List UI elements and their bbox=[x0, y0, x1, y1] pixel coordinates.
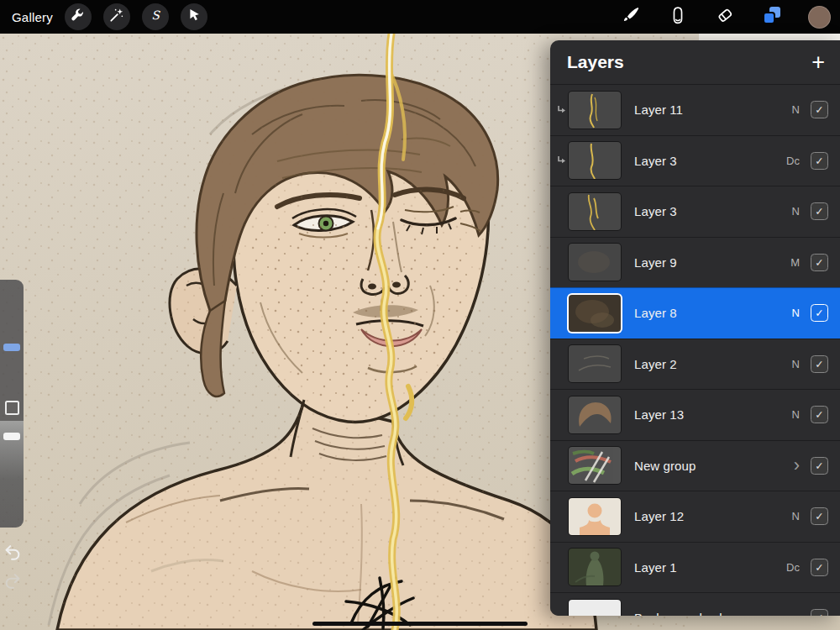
layer-name: Layer 1 bbox=[634, 560, 774, 575]
layer-row[interactable]: Layer 3 Dc ✓ bbox=[550, 135, 840, 186]
layer-row[interactable]: Layer 12 N ✓ bbox=[550, 491, 840, 542]
check-icon: ✓ bbox=[815, 205, 823, 218]
selection-s-icon: S bbox=[147, 7, 164, 27]
color-swatch bbox=[808, 6, 831, 29]
layer-row[interactable]: Layer 1 Dc ✓ bbox=[550, 542, 840, 593]
check-icon: ✓ bbox=[815, 155, 823, 167]
magic-wand-icon bbox=[108, 7, 125, 27]
erase-tool-button[interactable] bbox=[712, 4, 738, 29]
layer-thumbnail[interactable] bbox=[569, 92, 621, 129]
smudge-finger-icon bbox=[668, 5, 688, 29]
layer-row[interactable]: Layer 13 N ✓ bbox=[550, 389, 840, 440]
blend-mode-label[interactable]: N bbox=[774, 408, 800, 421]
adjustments-button[interactable] bbox=[103, 3, 130, 30]
layers-panel: Layers + Layer 11 N ✓ bbox=[550, 40, 840, 616]
blend-mode-label[interactable]: Dc bbox=[774, 561, 800, 574]
blend-mode-label[interactable]: Dc bbox=[774, 155, 800, 167]
layer-name: Layer 9 bbox=[634, 255, 774, 270]
visibility-checkbox[interactable]: ✓ bbox=[811, 457, 828, 475]
visibility-checkbox[interactable]: ✓ bbox=[811, 202, 828, 220]
layers-panel-button[interactable] bbox=[759, 4, 785, 29]
eraser-icon bbox=[715, 5, 735, 29]
layer-list: Layer 11 N ✓ Layer 3 Dc ✓ bbox=[550, 84, 840, 616]
visibility-checkbox[interactable]: ✓ bbox=[811, 406, 828, 423]
layer-thumbnail[interactable] bbox=[569, 498, 621, 535]
smudge-tool-button[interactable] bbox=[665, 4, 690, 29]
visibility-checkbox[interactable]: ✓ bbox=[811, 559, 828, 576]
clipping-mask-icon bbox=[557, 105, 569, 115]
layer-thumbnail[interactable] bbox=[569, 345, 621, 382]
layer-row[interactable]: Layer 2 N ✓ bbox=[550, 339, 840, 390]
visibility-checkbox[interactable]: ✓ bbox=[811, 101, 828, 118]
color-picker-button[interactable] bbox=[806, 4, 832, 29]
group-thumbnail[interactable] bbox=[569, 447, 621, 484]
clipping-mask-icon bbox=[557, 155, 569, 165]
visibility-checkbox[interactable]: ✓ bbox=[811, 152, 828, 170]
check-icon: ✓ bbox=[815, 358, 823, 370]
layer-name: Layer 3 bbox=[634, 204, 774, 218]
check-icon: ✓ bbox=[815, 612, 823, 616]
sidebar-sliders bbox=[0, 280, 24, 528]
visibility-checkbox[interactable]: ✓ bbox=[811, 254, 828, 271]
layer-thumbnail[interactable] bbox=[569, 193, 621, 230]
actions-button[interactable] bbox=[65, 3, 92, 30]
undo-icon bbox=[3, 549, 22, 564]
layer-row[interactable]: Layer 9 M ✓ bbox=[550, 237, 840, 288]
layer-thumbnail[interactable] bbox=[569, 549, 621, 585]
group-chevron-icon[interactable]: › bbox=[774, 456, 800, 475]
brush-tool-button[interactable] bbox=[618, 4, 643, 29]
blend-mode-label[interactable]: N bbox=[774, 510, 800, 522]
procreate-app: Gallery S bbox=[0, 0, 840, 630]
visibility-checkbox[interactable]: ✓ bbox=[811, 304, 828, 322]
home-indicator[interactable] bbox=[312, 622, 528, 626]
blend-mode-label[interactable]: N bbox=[774, 358, 800, 370]
layer-name: Background color bbox=[634, 611, 774, 616]
background-thumbnail[interactable] bbox=[569, 600, 621, 616]
svg-text:S: S bbox=[151, 8, 160, 22]
blend-mode-label[interactable]: M bbox=[774, 256, 800, 269]
background-color-row[interactable]: Background color ✓ bbox=[550, 592, 840, 616]
add-layer-button[interactable]: + bbox=[811, 51, 825, 74]
redo-button[interactable] bbox=[3, 571, 22, 593]
group-name: New group bbox=[634, 459, 774, 473]
panel-title: Layers bbox=[567, 52, 624, 72]
redo-icon bbox=[3, 578, 22, 592]
modify-button[interactable] bbox=[5, 401, 19, 415]
layer-name: Layer 11 bbox=[634, 102, 774, 117]
selection-button[interactable]: S bbox=[142, 3, 169, 30]
visibility-checkbox[interactable]: ✓ bbox=[811, 355, 828, 373]
layer-row-selected[interactable]: Layer 8 N ✓ bbox=[550, 287, 840, 339]
cursor-arrow-icon bbox=[186, 7, 202, 27]
blend-mode-label[interactable]: N bbox=[774, 307, 800, 319]
layers-panel-header: Layers + bbox=[550, 40, 840, 84]
check-icon: ✓ bbox=[815, 408, 823, 421]
visibility-checkbox[interactable]: ✓ bbox=[811, 609, 828, 616]
layer-thumbnail[interactable] bbox=[569, 142, 621, 179]
transform-button[interactable] bbox=[181, 3, 207, 30]
layer-thumbnail[interactable] bbox=[569, 295, 621, 332]
brush-opacity-slider[interactable] bbox=[0, 421, 24, 528]
undo-button[interactable] bbox=[3, 543, 22, 564]
layer-thumbnail[interactable] bbox=[569, 396, 621, 433]
blend-mode-label[interactable]: N bbox=[774, 205, 800, 218]
top-toolbar: Gallery S bbox=[0, 0, 840, 34]
layer-thumbnail[interactable] bbox=[569, 244, 621, 281]
check-icon: ✓ bbox=[815, 459, 823, 472]
brush-size-handle[interactable] bbox=[3, 344, 20, 351]
layer-name: Layer 2 bbox=[634, 357, 774, 371]
brush-opacity-handle[interactable] bbox=[3, 433, 20, 440]
wrench-icon bbox=[70, 7, 87, 27]
gallery-button[interactable]: Gallery bbox=[12, 10, 53, 24]
check-icon: ✓ bbox=[815, 561, 823, 574]
layer-row[interactable]: Layer 11 N ✓ bbox=[550, 84, 840, 135]
layer-name: Layer 8 bbox=[634, 306, 774, 320]
group-row[interactable]: New group › ✓ bbox=[550, 440, 840, 491]
paint-brush-icon bbox=[621, 5, 641, 29]
brush-size-slider[interactable] bbox=[0, 280, 24, 395]
check-icon: ✓ bbox=[815, 103, 823, 116]
layer-row[interactable]: Layer 3 N ✓ bbox=[550, 186, 840, 237]
blend-mode-label[interactable]: N bbox=[774, 103, 800, 116]
layer-name: Layer 3 bbox=[634, 154, 774, 168]
visibility-checkbox[interactable]: ✓ bbox=[811, 507, 828, 525]
check-icon: ✓ bbox=[815, 510, 823, 522]
